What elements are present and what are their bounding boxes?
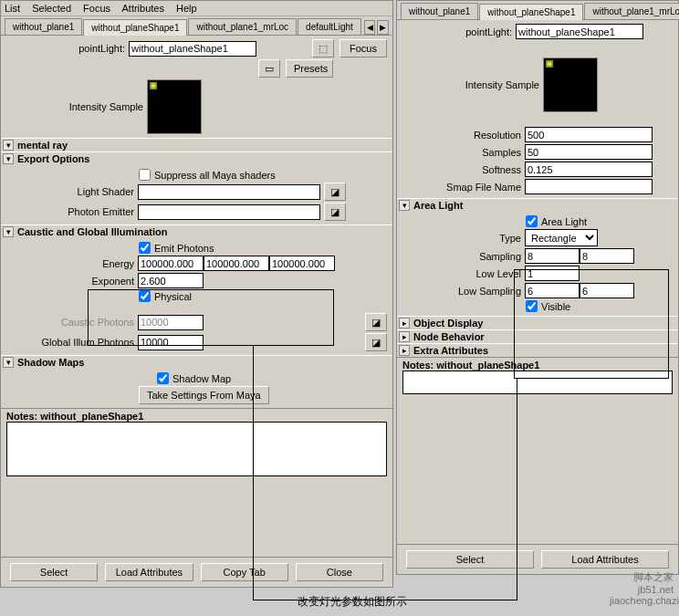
globalillum-label: Global Illum Photons <box>6 337 134 348</box>
arealight-chk-label: Area Light <box>541 216 587 227</box>
tab-scroll-right[interactable]: ▶ <box>377 20 389 35</box>
attribute-editor-right: without_plane1 without_planeShape1 witho… <box>396 0 679 575</box>
caustic-map-icon[interactable]: ◪ <box>365 313 387 331</box>
collapse-arrow[interactable]: ▸ <box>399 318 410 329</box>
intensity-swatch-r[interactable] <box>543 57 598 112</box>
type-label: Type <box>402 233 521 244</box>
photonemitter-input[interactable] <box>138 204 320 220</box>
resolution-input[interactable] <box>525 127 653 142</box>
smap-label: Smap File Name <box>402 182 521 193</box>
collapse-arrow[interactable]: ▾ <box>3 153 14 164</box>
tab-plane1-r[interactable]: without_plane1 <box>401 3 478 19</box>
collapse-arrow[interactable]: ▸ <box>399 331 410 342</box>
menu-list[interactable]: List <box>5 3 20 14</box>
suppress-checkbox[interactable] <box>139 169 151 181</box>
sampling-v-input[interactable] <box>580 248 634 264</box>
tab-defaultlight[interactable]: defaultLight <box>298 18 361 35</box>
sampling-u-input[interactable] <box>525 248 580 264</box>
shadowmaps-section: Shadow Maps <box>17 357 84 368</box>
tabbar-right: without_plane1 without_planeShape1 witho… <box>397 1 678 20</box>
smap-input[interactable] <box>525 179 653 194</box>
lowsampling-label: Low Sampling <box>402 286 521 297</box>
type-select[interactable]: Rectangle <box>525 229 598 246</box>
collapse-arrow[interactable]: ▸ <box>399 345 410 356</box>
select-button-r[interactable]: Select <box>406 550 534 569</box>
globalillum-input[interactable] <box>138 335 204 350</box>
caustic-section: Caustic and Global Illumination <box>17 226 167 237</box>
connector-line <box>253 346 254 600</box>
arealight-section: Area Light <box>413 200 463 211</box>
nodebehavior-section[interactable]: Node Behavior <box>413 331 485 342</box>
pointlight-label: pointLight: <box>6 43 125 54</box>
notes-textarea-r[interactable] <box>402 371 673 394</box>
lightshader-input[interactable] <box>138 184 320 200</box>
notes-label-r: Notes: without_planeShape1 <box>402 360 673 371</box>
menu-focus[interactable]: Focus <box>83 3 110 14</box>
objectdisplay-section[interactable]: Object Display <box>413 318 483 329</box>
notes-label: Notes: without_planeShape1 <box>6 411 387 422</box>
tab-scroll-left[interactable]: ◀ <box>364 20 376 35</box>
exponent-label: Exponent <box>6 276 134 287</box>
global-map-icon[interactable]: ◪ <box>365 333 387 351</box>
focus-button[interactable]: Focus <box>340 39 387 57</box>
lowlevel-input[interactable] <box>525 266 580 281</box>
lowsampling-v-input[interactable] <box>580 283 634 298</box>
lightshader-label: Light Shader <box>6 186 134 197</box>
photonemitter-map-icon[interactable]: ◪ <box>324 203 346 221</box>
lowsampling-u-input[interactable] <box>525 283 580 298</box>
exponent-input[interactable] <box>138 273 204 288</box>
mentalray-section: mental ray <box>17 140 68 151</box>
collapse-arrow[interactable]: ▾ <box>399 200 410 211</box>
samples-label: Samples <box>402 147 521 158</box>
tab-mrloc-r[interactable]: without_plane1_mrLoc <box>584 3 679 19</box>
menu-attributes[interactable]: Attributes <box>121 3 163 14</box>
sampling-label: Sampling <box>402 251 521 262</box>
export-section: Export Options <box>17 153 89 164</box>
collapse-arrow[interactable]: ▾ <box>3 140 14 151</box>
tab-mrloc[interactable]: without_plane1_mrLoc <box>188 18 297 35</box>
pointlight-input-r[interactable] <box>516 24 643 39</box>
copy-tab-button[interactable]: Copy Tab <box>201 563 288 581</box>
load-attributes-button-r[interactable]: Load Attributes <box>541 550 669 569</box>
annotation-text: 改变灯光参数如图所示 <box>298 594 407 610</box>
presets-button[interactable]: Presets <box>286 59 333 78</box>
energy-label: Energy <box>6 258 134 269</box>
tab-planeshape1[interactable]: without_planeShape1 <box>83 19 187 36</box>
menu-help[interactable]: Help <box>176 3 197 14</box>
photonemitter-label: Photon Emitter <box>6 206 134 217</box>
tabbar-left: without_plane1 without_planeShape1 witho… <box>1 16 392 36</box>
collapse-arrow[interactable]: ▾ <box>3 226 14 237</box>
intensity-label: Intensity Sample <box>6 101 143 112</box>
extraattr-section[interactable]: Extra Attributes <box>413 345 488 356</box>
visible-checkbox[interactable] <box>526 300 538 312</box>
select-node-icon[interactable]: ⬚ <box>312 39 334 57</box>
emitphotons-checkbox[interactable] <box>139 242 151 254</box>
physical-checkbox[interactable] <box>139 290 151 302</box>
samples-input[interactable] <box>525 144 653 160</box>
connector-line <box>517 379 517 600</box>
load-attributes-button[interactable]: Load Attributes <box>105 563 193 581</box>
collapse-arrow[interactable]: ▾ <box>3 357 14 368</box>
lowlevel-label: Low Level <box>402 268 521 279</box>
lightshader-map-icon[interactable]: ◪ <box>324 183 346 201</box>
takesettings-button[interactable]: Take Settings From Maya <box>139 386 269 404</box>
notes-textarea[interactable] <box>6 422 387 476</box>
select-button[interactable]: Select <box>10 563 98 581</box>
suppress-label: Suppress all Maya shaders <box>154 170 276 181</box>
preset-icon[interactable]: ▭ <box>258 59 280 78</box>
close-button[interactable]: Close <box>296 563 383 581</box>
visible-label: Visible <box>541 301 570 312</box>
arealight-checkbox[interactable] <box>526 215 538 227</box>
softness-input[interactable] <box>525 162 653 177</box>
pointlight-input[interactable] <box>129 41 256 57</box>
shadowmap-checkbox[interactable] <box>157 372 169 384</box>
tab-planeshape1-r[interactable]: without_planeShape1 <box>479 4 583 20</box>
intensity-swatch[interactable] <box>147 79 202 134</box>
energy-r-input[interactable] <box>138 256 204 271</box>
menu-selected[interactable]: Selected <box>32 3 71 14</box>
watermark: 脚本之家 jb51.net jiaocheng.chazidian.com <box>610 570 674 611</box>
energy-g-input[interactable] <box>204 256 269 271</box>
energy-b-input[interactable] <box>269 256 335 271</box>
tab-plane1[interactable]: without_plane1 <box>5 18 82 35</box>
causticphotons-input <box>138 315 204 330</box>
